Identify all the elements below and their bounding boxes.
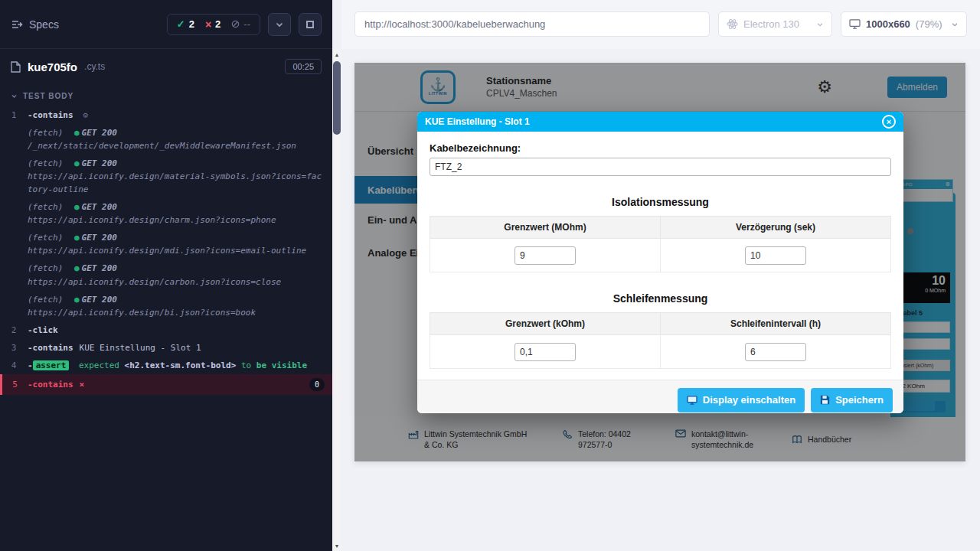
fetch-tag: (fetch) (28, 233, 63, 243)
fail-x-icon: × (80, 378, 85, 391)
column-header: Grenzwert (MOhm) (430, 217, 661, 239)
viewport-size: 1000x660 (866, 18, 910, 30)
kue-settings-modal: KUE Einstellung - Slot 1 × Kabelbezeichn… (417, 112, 903, 413)
schleifenmessung-table: Grenzwert (kOhm) Schleifenintervall (h) (430, 312, 891, 369)
kabel-label: Kabelbezeichnung: (430, 142, 891, 154)
aut-toolbar: Electron 130 1000x660 (79%) (341, 0, 980, 49)
stat-failed[interactable]: ×2 (205, 18, 220, 31)
test-body-section-toggle[interactable]: TEST BODY (0, 84, 332, 106)
grenzwert-kohm-input[interactable] (514, 343, 576, 361)
status-dot-icon: ● (74, 202, 80, 212)
scrollbar-thumb[interactable] (333, 61, 341, 135)
status-dot-icon: ● (74, 295, 80, 305)
monitor-icon (849, 19, 861, 29)
chevron-down-icon (11, 93, 18, 99)
check-icon: ✓ (177, 18, 185, 30)
cypress-reporter-panel: Specs ✓2 ×2 -- kue705fo .cy.ts 00:25 TES… (0, 0, 332, 551)
close-icon[interactable]: × (882, 115, 896, 129)
monitor-icon (687, 396, 697, 405)
electron-browser-icon (727, 18, 738, 30)
network-log-entry[interactable]: (fetch) ●GET 200 https://api.iconify.des… (0, 259, 332, 290)
display-einschalten-button[interactable]: Display einschalten (678, 388, 805, 412)
browser-label: Electron 130 (743, 18, 799, 30)
column-header: Grenzwert (kOhm) (430, 313, 661, 335)
url-input[interactable] (354, 11, 710, 37)
kabelbezeichnung-input[interactable] (430, 158, 891, 176)
stop-icon (306, 21, 314, 28)
fetch-tag: (fetch) (28, 263, 63, 273)
collapse-reporter-button[interactable] (268, 13, 291, 36)
speichern-button[interactable]: Speichern (811, 388, 893, 412)
network-log-entry[interactable]: (fetch) ●GET 200 https://api.iconify.des… (0, 291, 332, 321)
scroll-up-arrow-icon[interactable]: ▲ (332, 49, 341, 60)
x-icon: × (205, 18, 211, 31)
chevron-down-icon (816, 21, 824, 28)
isolationsmessung-table: Grenzwert (MOhm) Verzögerung (sek) (430, 216, 891, 272)
log-command-contains-2[interactable]: 3 -containsKUE Einstellung - Slot 1 (0, 339, 332, 357)
stat-passed[interactable]: ✓2 (177, 18, 194, 30)
log-command-contains-failed[interactable]: 5 -contains × 0 (0, 374, 332, 395)
chevron-down-icon (275, 20, 284, 29)
chevron-down-icon (951, 21, 959, 28)
spec-name: kue705fo (28, 60, 77, 73)
spec-extension: .cy.ts (84, 61, 105, 72)
network-log-entry[interactable]: (fetch) ●GET 200 https://api.iconify.des… (0, 229, 332, 259)
status-dot-icon: ● (74, 128, 80, 138)
request-url: https://api.iconify.design/carbon.json?i… (28, 276, 325, 289)
modal-footer: Display einschalten Speichern (417, 380, 903, 413)
network-log-entry[interactable]: (fetch) ●GET 200 https://api.iconify.des… (0, 155, 332, 198)
isolationsmessung-heading: Isolationsmessung (430, 196, 891, 208)
column-header: Schleifenintervall (h) (661, 313, 891, 335)
modal-header: KUE Einstellung - Slot 1 × (417, 112, 903, 132)
request-url: /_next/static/development/_devMiddleware… (28, 139, 325, 152)
specs-label: Specs (29, 18, 59, 31)
fetch-tag: (fetch) (28, 158, 63, 168)
schleifenintervall-input[interactable] (745, 343, 806, 361)
status-dot-icon: ● (74, 233, 80, 243)
scroll-down-arrow-icon[interactable]: ▼ (332, 540, 341, 551)
spec-file-icon (11, 61, 21, 73)
reporter-scrollbar: ▲ ▼ (332, 49, 341, 551)
verzoegerung-sek-input[interactable] (745, 246, 806, 265)
log-command-click[interactable]: 2 -click (0, 321, 332, 339)
network-log-entry[interactable]: (fetch) ●GET 200 https://api.iconify.des… (0, 198, 332, 229)
assert-selector: <h2.text-sm.font-bold> (125, 360, 237, 370)
contains-argument: KUE Einstellung - Slot 1 (80, 343, 201, 353)
browser-selector[interactable]: Electron 130 (718, 11, 832, 37)
save-floppy-icon (820, 395, 830, 405)
assert-badge: assert (33, 360, 70, 370)
reporter-header: Specs ✓2 ×2 -- (0, 0, 332, 49)
request-url: https://api.iconify.design/bi.json?icons… (28, 306, 325, 319)
retry-count-badge: 0 (309, 378, 325, 391)
specs-button[interactable]: Specs (11, 18, 59, 31)
command-log: 1 -contains ⚙ (fetch) ●GET 200 /_next/st… (0, 106, 332, 395)
column-header: Verzögerung (sek) (661, 217, 891, 239)
modal-body: Kabelbezeichnung: Isolationsmessung Gren… (417, 132, 903, 369)
test-stats: ✓2 ×2 -- (167, 14, 260, 35)
stat-pending[interactable]: -- (231, 18, 250, 30)
schleifenmessung-heading: Schleifenmessung (430, 292, 891, 305)
status-dot-icon: ● (74, 263, 80, 273)
stop-run-button[interactable] (299, 13, 322, 36)
viewport-selector[interactable]: 1000x660 (79%) (841, 11, 967, 37)
spec-file-row[interactable]: kue705fo .cy.ts 00:25 (0, 49, 332, 84)
request-url: https://api.iconify.design/material-symb… (28, 170, 325, 196)
gear-icon: ⚙ (83, 110, 88, 120)
fetch-tag: (fetch) (28, 295, 63, 305)
status-dot-icon: ● (74, 158, 80, 168)
application-under-test: ⚓ LITTWIN Stationsname CPLV4_Maschen ⚙ A… (354, 63, 965, 461)
fetch-tag: (fetch) (28, 128, 63, 138)
specs-list-icon (11, 18, 23, 31)
section-label: TEST BODY (23, 92, 74, 100)
request-url: https://api.iconify.design/charm.json?ic… (28, 214, 325, 227)
spec-timer-badge: 00:25 (285, 59, 322, 74)
pending-icon (231, 20, 240, 28)
request-url: https://api.iconify.design/mdi.json?icon… (28, 244, 325, 257)
modal-title: KUE Einstellung - Slot 1 (425, 116, 530, 127)
log-command-assert[interactable]: 4 -assert expected <h2.text-sm.font-bold… (0, 357, 332, 374)
viewport-zoom: (79%) (916, 18, 942, 30)
network-log-entry[interactable]: (fetch) ●GET 200 /_next/static/developme… (0, 124, 332, 155)
grenzwert-mohm-input[interactable] (514, 246, 576, 265)
log-command-contains-1[interactable]: 1 -contains ⚙ (0, 106, 332, 124)
fetch-tag: (fetch) (28, 202, 63, 212)
